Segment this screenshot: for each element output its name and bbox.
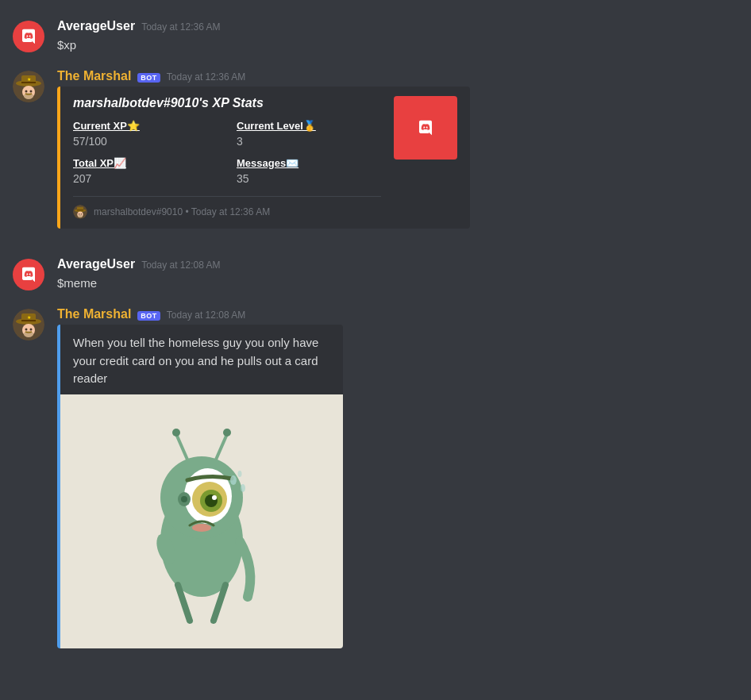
avatar-user2 [13,259,44,290]
embed-field-3: Total XP📈 207 [73,157,218,185]
timestamp: Today at 12:36 AM [141,21,220,33]
username: AverageUser [57,19,135,33]
embed-field-4: Messages✉️ 35 [237,157,381,185]
svg-point-8 [30,90,33,93]
meme-image-area [60,394,343,648]
embed-thumbnail [394,96,457,160]
svg-text:★: ★ [27,77,31,82]
message-group-1: AverageUser Today at 12:36 AM $xp [0,13,751,60]
message-content-3: AverageUser Today at 12:08 AM $meme [57,257,738,291]
svg-point-43 [241,484,245,492]
message-content-bot: The Marshal BOT Today at 12:36 AM marsha… [57,69,738,229]
message-text: $xp [57,37,738,53]
svg-point-14 [78,215,82,218]
embed-title: marshalbotdev#9010's XP Stats [73,96,381,110]
svg-point-32 [223,429,231,437]
bot-badge: BOT [137,73,160,83]
field-name-1: Current XP⭐ [73,120,218,132]
message-group-2: ★ The Marshal BOT Today at 12:36 AM mars… [0,63,751,235]
svg-rect-3 [21,82,36,83]
message-content-4: The Marshal BOT Today at 12:08 AM When y… [57,307,738,648]
embed-footer-icon [73,205,87,219]
bot-badge-2: BOT [137,311,160,321]
bot-timestamp: Today at 12:36 AM [167,71,245,83]
avatar-marshal-2: ★ [13,309,44,340]
message-header: AverageUser Today at 12:36 AM [57,19,738,33]
bot-username: The Marshal [57,69,131,83]
meme-text: When you tell the homeless guy you only … [60,325,343,394]
message-separator [0,238,751,251]
svg-point-24 [25,329,28,331]
message-text-3: $meme [57,275,738,291]
message-header-3: AverageUser Today at 12:08 AM [57,257,738,271]
svg-point-39 [181,496,187,502]
plankton-svg [122,410,281,633]
field-name-4: Messages✉️ [237,157,381,169]
avatar-marshal: ★ [13,71,44,102]
svg-point-42 [230,475,237,485]
field-value-2: 3 [237,135,381,148]
message-content: AverageUser Today at 12:36 AM $xp [57,19,738,53]
bot-username-2: The Marshal [57,307,131,321]
meme-embed: When you tell the homeless guy you only … [57,325,343,648]
svg-point-15 [79,213,79,214]
embed-fields: Current XP⭐ 57/100 Current Level🥇 3 Tota… [73,120,381,185]
svg-point-25 [30,329,33,331]
field-value-3: 207 [73,172,218,185]
message-header-4: The Marshal BOT Today at 12:08 AM [57,307,738,321]
message-group-4: ★ The Marshal BOT Today at 12:08 AM When… [0,301,751,655]
svg-rect-12 [77,210,83,210]
svg-rect-20 [21,320,36,321]
svg-point-40 [192,524,211,532]
embed-footer: marshalbotdev#9010 • Today at 12:36 AM [73,196,381,219]
embed-footer-text: marshalbotdev#9010 • Today at 12:36 AM [94,206,270,217]
svg-text:★: ★ [27,315,31,320]
svg-point-44 [238,471,242,477]
svg-point-6 [24,93,33,99]
bot-timestamp-2: Today at 12:08 AM [167,310,245,321]
timestamp-3: Today at 12:08 AM [141,260,220,271]
embed-field-2: Current Level🥇 3 [237,120,381,148]
svg-point-23 [24,331,33,337]
xp-embed: marshalbotdev#9010's XP Stats Current XP… [57,87,470,229]
embed-body: marshalbotdev#9010's XP Stats Current XP… [73,96,381,219]
message-group-3: AverageUser Today at 12:08 AM $meme [0,251,751,298]
svg-point-37 [212,495,217,500]
field-value-4: 35 [237,172,381,185]
svg-point-16 [81,213,82,214]
avatar [13,21,44,52]
username-3: AverageUser [57,257,135,271]
message-header-bot: The Marshal BOT Today at 12:36 AM [57,69,738,83]
field-name-3: Total XP📈 [73,157,218,169]
svg-point-30 [172,429,180,437]
field-value-1: 57/100 [73,135,218,148]
field-name-2: Current Level🥇 [237,120,381,132]
svg-point-7 [25,90,28,93]
embed-field-1: Current XP⭐ 57/100 [73,120,218,148]
